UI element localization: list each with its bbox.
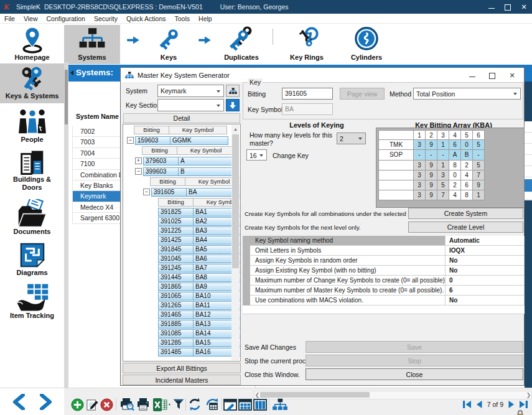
ribbon-item-cylinders[interactable]: Cylinders	[341, 25, 392, 64]
ribbon-item-keys[interactable]: Keys	[144, 25, 193, 64]
create-level-button[interactable]: Create Level	[408, 221, 523, 233]
change-key-combobox[interactable]: 16	[246, 149, 267, 161]
export-excel-button[interactable]	[152, 397, 171, 412]
dialog-minimize-button[interactable]	[469, 72, 475, 78]
key-section-down-button[interactable]	[226, 99, 240, 111]
tree-node-bitting[interactable]: 391445	[158, 273, 194, 282]
menu-configuration[interactable]: Configuration	[42, 15, 90, 22]
tree-toggle[interactable]: −	[135, 168, 142, 175]
hierarchy-view-button[interactable]	[273, 397, 287, 412]
print-preview-button[interactable]	[118, 397, 135, 412]
kba-cell[interactable]: 2	[461, 161, 473, 170]
key-section-combobox[interactable]	[157, 99, 224, 111]
kba-cell[interactable]: 7	[437, 190, 449, 200]
option-row[interactable]: Key Symbol naming methodAutomatic	[250, 236, 525, 246]
tree-node-bitting[interactable]: 391085	[158, 329, 194, 338]
sidebar-item-item-tracking[interactable]: Item Tracking	[0, 283, 64, 323]
option-value[interactable]: IOQX	[445, 246, 524, 255]
tree-node-bitting[interactable]: 391045	[158, 254, 194, 263]
tree-node[interactable]: −399603B	[123, 166, 233, 177]
menu-view[interactable]: View	[19, 15, 42, 22]
option-row[interactable]: Use combinations with MACS violation.No	[250, 296, 525, 305]
delete-button[interactable]	[99, 397, 114, 412]
dialog-title-bar[interactable]: Master Key System Generator ✕	[121, 68, 524, 82]
filter-button[interactable]	[171, 397, 186, 412]
option-value[interactable]: 6	[445, 286, 524, 295]
option-value[interactable]: No	[445, 266, 524, 275]
tree-node-bitting[interactable]: 391465	[158, 310, 194, 319]
create-system-button[interactable]: Create System	[408, 208, 523, 219]
tree-node-bitting[interactable]: 391605	[151, 188, 187, 197]
tree-toggle[interactable]: −	[143, 189, 150, 195]
sidebar-item-diagrams[interactable]: Diagrams	[0, 241, 64, 280]
tree-node[interactable]: 391445BA8	[123, 273, 233, 282]
kba-cell[interactable]: 9	[473, 180, 485, 190]
kba-cell[interactable]: 4	[461, 170, 473, 180]
ribbon-item-systems[interactable]: Systems	[64, 25, 120, 64]
kba-cell[interactable]: 2	[449, 180, 461, 190]
tree-node[interactable]: 391425BA4	[123, 235, 233, 245]
tree-node-bitting[interactable]: 159603	[135, 136, 170, 145]
kba-cell[interactable]: 6	[461, 180, 473, 190]
window-minimize-button[interactable]	[488, 4, 495, 10]
option-row[interactable]: Omit Letters in SymbolsIOQX	[250, 246, 525, 256]
tree-node[interactable]: −391605BA	[123, 187, 233, 197]
menu-quick-actions[interactable]: Quick Actions	[122, 15, 170, 22]
refresh-button[interactable]	[187, 397, 202, 412]
tree-node[interactable]: 391045BA6	[123, 254, 233, 263]
bitting-input[interactable]: 391605	[282, 88, 333, 100]
page-view-button[interactable]: Page view	[340, 88, 385, 100]
kba-cell[interactable]: 1	[437, 140, 449, 150]
edit-button[interactable]	[85, 397, 100, 412]
kba-cell[interactable]: 3	[414, 170, 426, 180]
tree-node-bitting[interactable]: 391065	[158, 292, 194, 301]
grid-edit-view-button[interactable]	[223, 397, 238, 412]
kba-cell[interactable]: 3	[414, 161, 426, 170]
kba-cell[interactable]: 9	[426, 190, 437, 200]
kba-cell[interactable]: 9	[426, 170, 437, 180]
tree-node[interactable]: 391885BA13	[123, 319, 233, 329]
kba-cell[interactable]: 3	[414, 140, 426, 150]
tree-node-bitting[interactable]: 391845	[158, 245, 194, 254]
kba-cell[interactable]: -	[414, 150, 426, 160]
next-record-button[interactable]	[39, 394, 53, 410]
save-button[interactable]: Save	[306, 341, 523, 353]
system-name-column-header[interactable]: System Name	[76, 113, 119, 120]
tree-node[interactable]: 391845BA5	[123, 245, 233, 254]
detail-tab-button[interactable]: Detail	[123, 113, 240, 123]
kba-cell[interactable]: 3	[414, 180, 426, 190]
tree-node[interactable]: 391465BA12	[123, 310, 233, 319]
kba-cell[interactable]: -	[473, 150, 485, 160]
tree-node[interactable]: 391865BA9	[123, 282, 233, 291]
system-hierarchy-button[interactable]	[226, 85, 240, 97]
tree-node[interactable]: 391285BA15	[123, 338, 233, 347]
menu-security[interactable]: Security	[90, 15, 122, 22]
kba-cell[interactable]: 9	[426, 180, 437, 190]
tree-scrollbar[interactable]: ▲	[231, 125, 240, 360]
scroll-right-icon[interactable]: ❯	[526, 391, 531, 399]
kba-cell[interactable]: 8	[461, 190, 473, 200]
dialog-close-button[interactable]: ✕	[509, 72, 515, 78]
sidebar-item-people[interactable]: People	[0, 107, 64, 146]
kba-cell[interactable]: 8	[449, 161, 461, 170]
tree-node[interactable]: +379603A	[123, 156, 233, 166]
method-combobox[interactable]: Total Position	[413, 88, 521, 100]
tree-node[interactable]: 391485BA16	[123, 347, 233, 357]
kba-cell[interactable]: 1	[437, 161, 449, 170]
option-row[interactable]: Assign Key Symbols in random orderNo	[250, 256, 525, 266]
kba-cell[interactable]: 7	[473, 170, 485, 180]
tree-node-symbol[interactable]: GGMK	[170, 136, 228, 145]
tree-node[interactable]: 391085BA14	[123, 329, 233, 338]
tree-node[interactable]: 391265BA11	[123, 301, 233, 310]
kba-cell[interactable]: 5	[437, 180, 449, 190]
print-button[interactable]	[136, 397, 151, 412]
option-row[interactable]: Maximum number of Change Key Symbols to …	[250, 276, 525, 286]
grid-columns-view-button[interactable]	[253, 397, 268, 412]
first-page-button[interactable]	[462, 400, 472, 409]
tree-node-symbol[interactable]: A	[179, 157, 236, 166]
horizontal-scrollbar[interactable]: ❮ ❯	[254, 391, 532, 399]
window-maximize-button[interactable]	[505, 4, 511, 10]
kba-cell[interactable]: 5	[473, 140, 485, 150]
option-row[interactable]: Assign Existing Key Symbol (with no bitt…	[250, 266, 525, 276]
tree-toggle[interactable]: +	[135, 157, 142, 164]
